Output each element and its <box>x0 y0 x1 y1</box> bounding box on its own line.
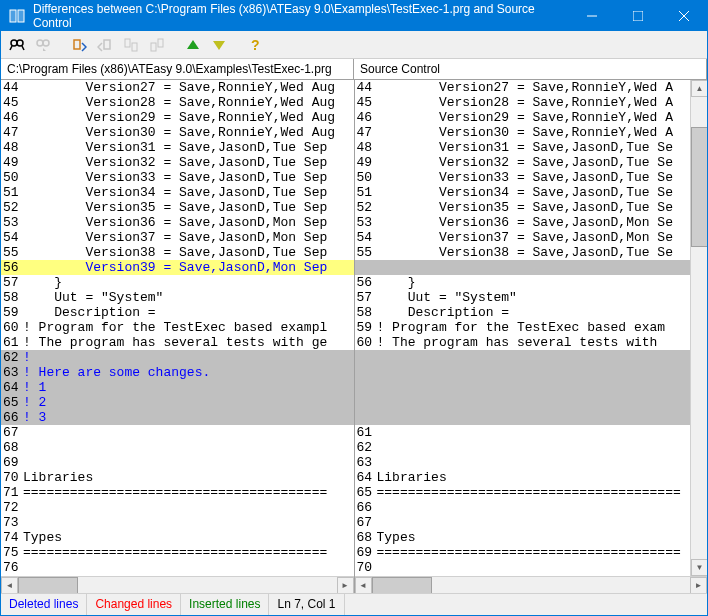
code-line[interactable]: 47 Version30 = Save,RonnieY,Wed A <box>355 125 708 140</box>
code-line[interactable] <box>355 350 708 365</box>
svg-line-8 <box>10 46 12 50</box>
code-line[interactable]: 65======================================… <box>355 485 708 500</box>
code-line[interactable]: 68Types <box>355 530 708 545</box>
code-line[interactable]: 51 Version34 = Save,JasonD,Tue Se <box>355 185 708 200</box>
code-line[interactable]: 60! Program for the TestExec based examp… <box>1 320 354 335</box>
code-line[interactable]: 47 Version30 = Save,RonnieY,Wed Aug <box>1 125 354 140</box>
copy-all-left-button[interactable] <box>119 33 143 57</box>
code-line[interactable]: 50 Version33 = Save,JasonD,Tue Se <box>355 170 708 185</box>
code-line[interactable]: 60! The program has several tests with <box>355 335 708 350</box>
code-line[interactable]: 46 Version29 = Save,RonnieY,Wed Aug <box>1 110 354 125</box>
code-line[interactable]: 56 } <box>355 275 708 290</box>
code-line[interactable]: 67 <box>355 515 708 530</box>
code-line[interactable]: 66 <box>355 500 708 515</box>
code-line[interactable]: 48 Version31 = Save,JasonD,Tue Sep <box>1 140 354 155</box>
copy-right-button[interactable] <box>93 33 117 57</box>
code-line[interactable]: 59! Program for the TestExec based exam <box>355 320 708 335</box>
code-line[interactable]: 57 Uut = "System" <box>355 290 708 305</box>
code-line[interactable]: 62! <box>1 350 354 365</box>
code-line[interactable]: 49 Version32 = Save,JasonD,Tue Se <box>355 155 708 170</box>
minimize-button[interactable] <box>569 1 615 31</box>
copy-all-right-button[interactable] <box>145 33 169 57</box>
find-next-button[interactable] <box>31 33 55 57</box>
scroll-up-icon[interactable]: ▲ <box>691 80 707 97</box>
code-line[interactable]: 74Types <box>1 530 354 545</box>
right-code[interactable]: 44 Version27 = Save,RonnieY,Wed A45 Vers… <box>355 80 708 576</box>
line-text <box>377 395 708 410</box>
code-line[interactable]: 45 Version28 = Save,RonnieY,Wed A <box>355 95 708 110</box>
next-diff-button[interactable] <box>207 33 231 57</box>
code-line[interactable]: 52 Version35 = Save,JasonD,Tue Se <box>355 200 708 215</box>
code-line[interactable]: 46 Version29 = Save,RonnieY,Wed A <box>355 110 708 125</box>
left-code[interactable]: 44 Version27 = Save,RonnieY,Wed Aug45 Ve… <box>1 80 354 576</box>
code-line[interactable]: 70Libraries <box>1 470 354 485</box>
help-button[interactable]: ? <box>243 33 267 57</box>
code-line[interactable]: 56 Version39 = Save,JasonD,Mon Sep <box>1 260 354 275</box>
hscroll-thumb[interactable] <box>18 577 78 594</box>
code-line[interactable]: 62 <box>355 440 708 455</box>
maximize-button[interactable] <box>615 1 661 31</box>
code-line[interactable] <box>355 365 708 380</box>
code-line[interactable] <box>355 380 708 395</box>
code-line[interactable]: 52 Version35 = Save,JasonD,Tue Sep <box>1 200 354 215</box>
hscroll-thumb[interactable] <box>372 577 432 594</box>
code-line[interactable]: 58 Uut = "System" <box>1 290 354 305</box>
code-line[interactable]: 63! Here are some changes. <box>1 365 354 380</box>
scroll-right-icon[interactable]: ► <box>337 577 354 594</box>
line-text: Version34 = Save,JasonD,Tue Se <box>377 185 708 200</box>
code-line[interactable]: 65! 2 <box>1 395 354 410</box>
prev-diff-button[interactable] <box>181 33 205 57</box>
code-line[interactable]: 69======================================… <box>355 545 708 560</box>
close-button[interactable] <box>661 1 707 31</box>
code-line[interactable]: 57 } <box>1 275 354 290</box>
code-line[interactable]: 66! 3 <box>1 410 354 425</box>
right-vscroll[interactable]: ▲ ▼ <box>690 80 707 576</box>
code-line[interactable]: 71======================================… <box>1 485 354 500</box>
code-line[interactable]: 53 Version36 = Save,JasonD,Mon Se <box>355 215 708 230</box>
scroll-right-icon[interactable]: ► <box>690 577 707 594</box>
code-line[interactable]: 76 <box>1 560 354 575</box>
code-line[interactable]: 72 <box>1 500 354 515</box>
line-number: 76 <box>1 560 23 575</box>
code-line[interactable]: 61! The program has several tests with g… <box>1 335 354 350</box>
scroll-left-icon[interactable]: ◄ <box>355 577 372 594</box>
line-number: 66 <box>1 410 23 425</box>
code-line[interactable]: 61 <box>355 425 708 440</box>
code-line[interactable]: 70 <box>355 560 708 575</box>
code-line[interactable]: 50 Version33 = Save,JasonD,Tue Sep <box>1 170 354 185</box>
code-line[interactable]: 44 Version27 = Save,RonnieY,Wed A <box>355 80 708 95</box>
code-line[interactable]: 67 <box>1 425 354 440</box>
code-line[interactable] <box>355 395 708 410</box>
code-line[interactable]: 59 Description = <box>1 305 354 320</box>
code-line[interactable]: 49 Version32 = Save,JasonD,Tue Sep <box>1 155 354 170</box>
left-hscroll[interactable]: ◄ ► <box>1 576 354 593</box>
code-line[interactable]: 48 Version31 = Save,JasonD,Tue Se <box>355 140 708 155</box>
vscroll-thumb[interactable] <box>691 127 707 247</box>
code-line[interactable]: 53 Version36 = Save,JasonD,Mon Sep <box>1 215 354 230</box>
code-line[interactable]: 69 <box>1 455 354 470</box>
code-line[interactable] <box>355 410 708 425</box>
code-line[interactable]: 55 Version38 = Save,JasonD,Tue Sep <box>1 245 354 260</box>
code-line[interactable]: 54 Version37 = Save,JasonD,Mon Se <box>355 230 708 245</box>
code-line[interactable]: 45 Version28 = Save,RonnieY,Wed Aug <box>1 95 354 110</box>
svg-point-11 <box>43 40 49 46</box>
scroll-down-icon[interactable]: ▼ <box>691 559 707 576</box>
code-line[interactable]: 64Libraries <box>355 470 708 485</box>
code-line[interactable]: 51 Version34 = Save,JasonD,Tue Sep <box>1 185 354 200</box>
line-text: ! 3 <box>23 410 354 425</box>
code-line[interactable]: 58 Description = <box>355 305 708 320</box>
code-line[interactable] <box>355 260 708 275</box>
scroll-left-icon[interactable]: ◄ <box>1 577 18 594</box>
code-line[interactable]: 73 <box>1 515 354 530</box>
line-number: 60 <box>355 335 377 350</box>
copy-left-button[interactable] <box>67 33 91 57</box>
right-hscroll[interactable]: ◄ ► <box>355 576 708 593</box>
code-line[interactable]: 68 <box>1 440 354 455</box>
code-line[interactable]: 54 Version37 = Save,JasonD,Mon Sep <box>1 230 354 245</box>
code-line[interactable]: 63 <box>355 455 708 470</box>
code-line[interactable]: 75======================================… <box>1 545 354 560</box>
code-line[interactable]: 55 Version38 = Save,JasonD,Tue Se <box>355 245 708 260</box>
find-button[interactable] <box>5 33 29 57</box>
code-line[interactable]: 44 Version27 = Save,RonnieY,Wed Aug <box>1 80 354 95</box>
code-line[interactable]: 64! 1 <box>1 380 354 395</box>
